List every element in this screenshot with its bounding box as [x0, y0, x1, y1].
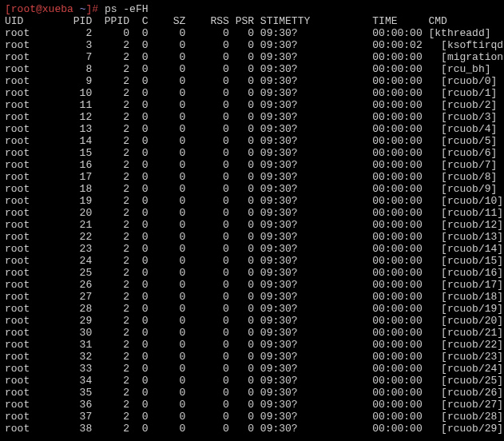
ps-row: root 27 2 0 0 0 0 09:30? 00:00:00 [rcuob…: [5, 291, 499, 303]
ps-row: root 32 2 0 0 0 0 09:30? 00:00:00 [rcuob…: [5, 351, 499, 363]
ps-row: root 20 2 0 0 0 0 09:30? 00:00:00 [rcuob…: [5, 207, 499, 219]
prompt-gap: [98, 3, 105, 15]
ps-row: root 22 2 0 0 0 0 09:30? 00:00:00 [rcuob…: [5, 231, 499, 243]
ps-row: root 19 2 0 0 0 0 09:30? 00:00:00 [rcuob…: [5, 195, 499, 207]
ps-row: root 23 2 0 0 0 0 09:30? 00:00:00 [rcuob…: [5, 243, 499, 255]
ps-row: root 30 2 0 0 0 0 09:30? 00:00:00 [rcuob…: [5, 327, 499, 339]
prompt-line[interactable]: [root@xueba ~]# ps -eFH: [5, 3, 499, 15]
ps-row: root 11 2 0 0 0 0 09:30? 00:00:00 [rcuob…: [5, 99, 499, 111]
prompt-symbol: #: [92, 3, 98, 15]
ps-row: root 8 2 0 0 0 0 09:30? 00:00:00 [rcu_bh…: [5, 63, 499, 75]
ps-header-row: UID PID PPID C SZ RSS PSR STIMETTY TIME …: [5, 15, 499, 27]
prompt-open-bracket: [: [5, 3, 11, 15]
ps-row: root 29 2 0 0 0 0 09:30? 00:00:00 [rcuob…: [5, 315, 499, 327]
ps-row: root 13 2 0 0 0 0 09:30? 00:00:00 [rcuob…: [5, 123, 499, 135]
ps-row: root 7 2 0 0 0 0 09:30? 00:00:00 [migrat…: [5, 51, 499, 63]
ps-row: root 37 2 0 0 0 0 09:30? 00:00:00 [rcuob…: [5, 411, 499, 423]
command-text: ps -eFH: [105, 3, 149, 15]
ps-row: root 3 2 0 0 0 0 09:30? 00:00:02 [ksofti…: [5, 39, 499, 51]
ps-row: root 24 2 0 0 0 0 09:30? 00:00:00 [rcuob…: [5, 255, 499, 267]
ps-row: root 34 2 0 0 0 0 09:30? 00:00:00 [rcuob…: [5, 375, 499, 387]
ps-row: root 18 2 0 0 0 0 09:30? 00:00:00 [rcuob…: [5, 183, 499, 195]
ps-row: root 28 2 0 0 0 0 09:30? 00:00:00 [rcuob…: [5, 303, 499, 315]
ps-row: root 10 2 0 0 0 0 09:30? 00:00:00 [rcuob…: [5, 87, 499, 99]
ps-row: root 33 2 0 0 0 0 09:30? 00:00:00 [rcuob…: [5, 363, 499, 375]
ps-row: root 17 2 0 0 0 0 09:30? 00:00:00 [rcuob…: [5, 171, 499, 183]
prompt-userhost: root@xueba: [11, 3, 73, 15]
ps-row: root 35 2 0 0 0 0 09:30? 00:00:00 [rcuob…: [5, 387, 499, 399]
ps-row: root 26 2 0 0 0 0 09:30? 00:00:00 [rcuob…: [5, 279, 499, 291]
ps-row: root 21 2 0 0 0 0 09:30? 00:00:00 [rcuob…: [5, 219, 499, 231]
ps-row: root 12 2 0 0 0 0 09:30? 00:00:00 [rcuob…: [5, 111, 499, 123]
ps-row: root 31 2 0 0 0 0 09:30? 00:00:00 [rcuob…: [5, 339, 499, 351]
ps-row: root 14 2 0 0 0 0 09:30? 00:00:00 [rcuob…: [5, 135, 499, 147]
ps-row: root 36 2 0 0 0 0 09:30? 00:00:00 [rcuob…: [5, 399, 499, 411]
ps-row: root 2 0 0 0 0 0 09:30? 00:00:00 [kthrea…: [5, 27, 499, 39]
ps-row: root 15 2 0 0 0 0 09:30? 00:00:00 [rcuob…: [5, 147, 499, 159]
ps-row: root 9 2 0 0 0 0 09:30? 00:00:00 [rcuob/…: [5, 75, 499, 87]
ps-row: root 16 2 0 0 0 0 09:30? 00:00:00 [rcuob…: [5, 159, 499, 171]
ps-row: root 25 2 0 0 0 0 09:30? 00:00:00 [rcuob…: [5, 267, 499, 279]
ps-row: root 38 2 0 0 0 0 09:30? 00:00:00 [rcuob…: [5, 423, 499, 435]
prompt-space: [73, 3, 80, 15]
terminal-output[interactable]: [root@xueba ~]# ps -eFHUID PID PPID C SZ…: [5, 3, 499, 435]
